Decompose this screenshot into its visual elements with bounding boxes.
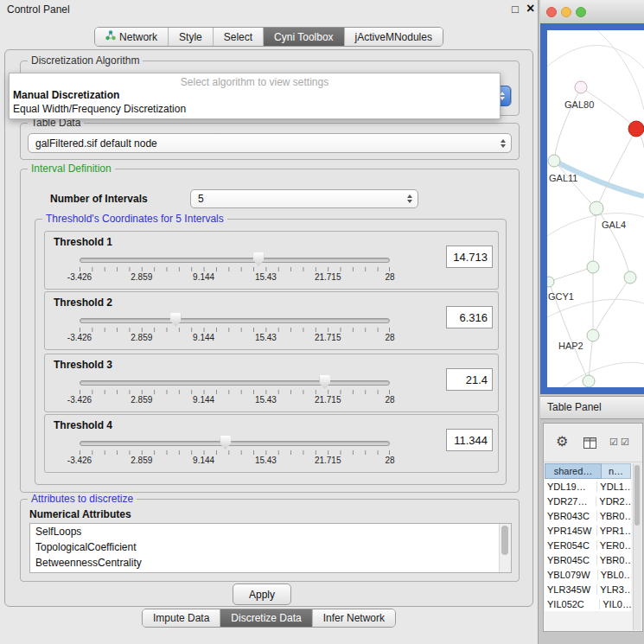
node[interactable]	[587, 261, 599, 273]
float-window-icon[interactable]: □	[512, 3, 519, 16]
algorithm-dropdown-popup: Select algorithm to view settings Manual…	[9, 73, 501, 119]
threshold-slider[interactable]: -3.426 2.859 9.144 15.43 21.715 28	[80, 312, 390, 347]
cell: YPR1…	[597, 526, 631, 536]
tab-style[interactable]: Style	[168, 28, 213, 46]
slider-track[interactable]	[80, 380, 390, 386]
chevron-updown-icon	[407, 194, 412, 203]
threshold-panel: Threshold 2 -3.426 2.859 9.144 15.43 21.…	[44, 291, 499, 350]
tab-infer-network[interactable]: Infer Network	[312, 609, 395, 627]
mac-zoom-icon[interactable]	[576, 7, 586, 17]
node-gal80[interactable]	[575, 81, 587, 93]
tab-label: Impute Data	[153, 612, 209, 624]
table-row[interactable]: YER054CYER0…	[545, 538, 631, 552]
popup-option-manual-discretization[interactable]: Manual Discretization	[13, 89, 119, 101]
network-icon	[105, 30, 116, 43]
slider-track[interactable]	[80, 441, 390, 446]
list-scrollbar[interactable]	[499, 524, 511, 572]
scale-label: 15.43	[255, 333, 277, 342]
chevron-updown-icon	[501, 139, 506, 148]
scale-label: -3.426	[67, 333, 92, 342]
threshold-slider[interactable]: -3.426 2.859 9.144 15.43 21.715 28	[80, 252, 390, 286]
threshold-value-field[interactable]	[446, 245, 493, 268]
number-of-intervals-label: Number of Intervals	[50, 193, 148, 205]
table-row[interactable]: YLR345WYLR3…	[545, 582, 631, 596]
node[interactable]	[583, 375, 595, 387]
scale-label: 2.859	[131, 456, 152, 465]
slider-track[interactable]	[80, 258, 390, 263]
table-scrollbar[interactable]	[633, 463, 641, 630]
mac-minimize-icon[interactable]	[561, 7, 571, 17]
threshold-value-field[interactable]	[446, 429, 493, 451]
tab-discretize-data[interactable]: Discretize Data	[220, 609, 311, 627]
threshold-slider[interactable]: -3.426 2.859 9.144 15.43 21.715 28	[80, 374, 390, 409]
table-rows: YDL19…YDL1… YDR27…YDR2… YBR043CYBR0… YPR…	[545, 479, 631, 611]
cell: YIL052C	[545, 599, 600, 609]
slider-thumb[interactable]	[170, 313, 182, 327]
node-label: HAP2	[558, 341, 583, 351]
select-all-icon[interactable]: ☑	[609, 437, 618, 448]
scale-label: 2.859	[131, 272, 152, 282]
tab-label: jActiveMNodules	[355, 31, 432, 43]
slider-ticks	[80, 450, 390, 455]
threshold-slider[interactable]: -3.426 2.859 9.144 15.43 21.715 28	[80, 435, 390, 469]
table-row[interactable]: YBR043CYBR0…	[545, 508, 631, 523]
scale-label: 28	[385, 395, 394, 405]
node-label: GCY1	[548, 291, 574, 302]
tab-jactivemodules[interactable]: jActiveMNodules	[344, 28, 443, 46]
network-window: GAL80 GAL11 GAL4 GCY1 HAP2	[540, 0, 644, 394]
column-header-shared-name[interactable]: shared…	[545, 463, 602, 479]
threshold-label: Threshold 2	[54, 296, 112, 309]
tab-cyni-toolbox[interactable]: Cyni Toolbox	[263, 28, 343, 46]
node-hap2[interactable]	[587, 329, 599, 341]
scale-label: 9.144	[193, 272, 214, 282]
columns-icon[interactable]	[583, 437, 596, 452]
list-item[interactable]: TopologicalCoefficient	[30, 539, 511, 555]
node[interactable]	[624, 271, 636, 284]
node-selected-red[interactable]	[628, 121, 644, 137]
cell: YBR043C	[545, 511, 597, 521]
tab-network[interactable]: Network	[95, 28, 168, 46]
list-item[interactable]: SelfLoops	[30, 524, 511, 539]
table-row[interactable]: YBL079WYBL0…	[545, 567, 631, 582]
table-row[interactable]: YIL052CYIL0…	[545, 596, 631, 611]
select-none-icon[interactable]: ☑	[621, 437, 629, 448]
cell: YER054C	[545, 540, 597, 551]
threshold-value-field[interactable]	[446, 368, 493, 391]
table-row[interactable]: YPR145WYPR1…	[545, 523, 631, 538]
table-row[interactable]: YBR045CYBR0…	[545, 552, 631, 567]
slider-track[interactable]	[80, 318, 390, 323]
popup-option-equal-width-frequency[interactable]: Equal Width/Frequency Discretization	[13, 103, 186, 115]
table-row[interactable]: YDR27…YDR2…	[545, 494, 631, 508]
scale-label: 28	[385, 272, 394, 282]
number-of-intervals-combobox[interactable]: 5	[190, 189, 418, 208]
table-data-group: Table Data galFiltered.sif default node	[20, 123, 520, 160]
scrollbar-thumb[interactable]	[634, 465, 640, 526]
slider-ticks	[80, 267, 390, 271]
group-label: Discretization Algorithm	[28, 54, 143, 67]
list-item[interactable]: BetweennessCentrality	[30, 555, 511, 571]
table-row[interactable]: YDL19…YDL1…	[545, 479, 631, 494]
tab-select[interactable]: Select	[213, 28, 263, 46]
table-data-combobox[interactable]: galFiltered.sif default node	[28, 133, 512, 153]
scale-label: 9.144	[193, 456, 214, 465]
cell: YER0…	[597, 540, 631, 551]
slider-thumb[interactable]	[319, 375, 330, 389]
threshold-value-field[interactable]	[446, 306, 493, 328]
close-window-icon[interactable]: ×	[526, 1, 534, 16]
column-header-name[interactable]: n…	[602, 463, 631, 479]
gear-icon[interactable]: ⚙	[556, 433, 568, 450]
node-gal4[interactable]	[590, 201, 603, 215]
network-canvas[interactable]: GAL80 GAL11 GAL4 GCY1 HAP2	[547, 30, 644, 387]
node-gal11[interactable]	[548, 155, 560, 167]
slider-thumb[interactable]	[253, 252, 265, 266]
scale-label: 15.43	[255, 272, 277, 282]
tab-impute-data[interactable]: Impute Data	[143, 609, 220, 627]
mac-close-icon[interactable]	[546, 7, 557, 17]
cell: YPR145W	[545, 526, 597, 536]
slider-thumb[interactable]	[220, 436, 231, 450]
node-gcy1[interactable]	[547, 277, 554, 287]
scrollbar-thumb[interactable]	[501, 526, 508, 555]
cell: YBL079W	[545, 570, 598, 580]
apply-button[interactable]: Apply	[233, 583, 291, 605]
tab-label: Infer Network	[323, 612, 385, 624]
